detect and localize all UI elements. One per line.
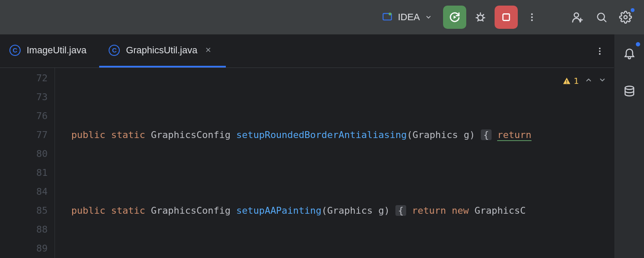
settings-update-dot: [631, 8, 635, 12]
svg-point-1: [389, 12, 392, 15]
stop-icon: [501, 12, 512, 23]
line-number: 81: [0, 163, 48, 182]
editor-gutter: 72 73 76 77 80 81 84 85 88 89: [0, 68, 55, 258]
bug-icon: [474, 11, 487, 24]
bell-icon: [623, 46, 636, 59]
svg-rect-14: [566, 83, 567, 83]
tab-label: GraphicsUtil.java: [126, 45, 197, 56]
chevron-down-icon: [425, 14, 432, 21]
close-tab-button[interactable]: [204, 45, 213, 56]
svg-point-4: [531, 13, 533, 15]
more-actions-button[interactable]: [522, 7, 542, 27]
code-editor[interactable]: 1 72 73 76 77 80 81 84 85 88 89: [0, 68, 614, 258]
notifications-button[interactable]: [620, 43, 639, 63]
svg-rect-13: [566, 80, 567, 82]
line-number: 73: [0, 88, 48, 107]
java-class-icon: C: [109, 45, 120, 56]
inspection-widget[interactable]: 1: [562, 71, 606, 90]
debug-button[interactable]: [471, 7, 490, 27]
line-number: 88: [0, 220, 48, 239]
editor-tab-bar: C ImageUtil.java C GraphicsUtil.java: [0, 34, 614, 68]
svg-point-9: [624, 15, 627, 19]
run-button[interactable]: [443, 6, 466, 29]
chevron-down-icon: [598, 76, 606, 84]
run-configuration-selector[interactable]: IDEA: [377, 10, 436, 25]
search-icon: [595, 11, 608, 23]
prev-highlight-button[interactable]: [585, 71, 592, 90]
run-config-icon: [382, 12, 393, 23]
tab-imageutil[interactable]: C ImageUtil.java: [0, 34, 99, 68]
kebab-icon: [527, 12, 537, 22]
run-config-label: IDEA: [398, 12, 420, 23]
settings-button[interactable]: [616, 7, 635, 27]
svg-point-11: [599, 50, 601, 52]
warning-icon: [562, 77, 571, 85]
next-highlight-button[interactable]: [598, 71, 606, 90]
svg-point-15: [625, 86, 634, 90]
code-content: public static GraphicsConfig setupRounde…: [55, 68, 614, 258]
line-number: 84: [0, 182, 48, 201]
search-everywhere-button[interactable]: [592, 7, 611, 27]
tab-graphicsutil[interactable]: C GraphicsUtil.java: [99, 34, 225, 68]
stop-button[interactable]: [495, 6, 518, 29]
line-number: 80: [0, 144, 48, 163]
svg-point-12: [599, 53, 601, 55]
tab-overflow-button[interactable]: [589, 34, 611, 68]
right-tool-strip: [614, 34, 644, 258]
line-number: 76: [0, 107, 48, 126]
notification-dot: [636, 42, 640, 46]
main-toolbar: IDEA: [0, 0, 644, 34]
line-number: 72: [0, 69, 48, 88]
line-number: 89: [0, 239, 48, 258]
java-class-icon: C: [9, 45, 21, 56]
tab-label: ImageUtil.java: [27, 45, 86, 56]
svg-point-5: [531, 16, 533, 18]
rerun-icon: [448, 11, 461, 24]
kebab-icon: [595, 46, 605, 56]
svg-point-10: [599, 47, 601, 49]
database-icon: [623, 85, 636, 98]
line-number: 85: [0, 201, 48, 220]
svg-rect-3: [503, 14, 509, 20]
gear-icon: [619, 11, 632, 24]
database-tool-button[interactable]: [620, 82, 639, 101]
chevron-up-icon: [585, 76, 592, 84]
svg-point-6: [531, 19, 533, 21]
code-with-me-button[interactable]: [568, 7, 587, 27]
add-person-icon: [571, 11, 584, 24]
svg-point-7: [574, 13, 579, 17]
close-icon: [205, 46, 212, 53]
warning-count: 1: [562, 71, 579, 90]
line-number: 77: [0, 126, 48, 144]
